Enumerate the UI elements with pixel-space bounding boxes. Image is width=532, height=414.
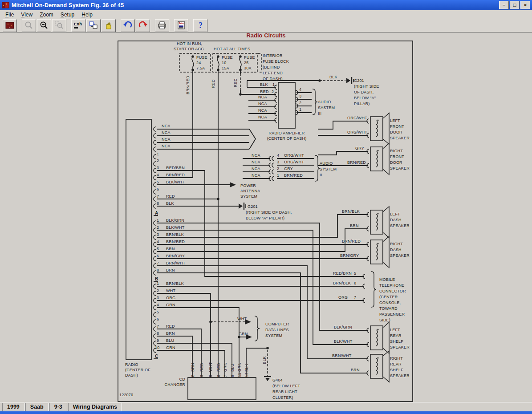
diagram-label: 3 xyxy=(157,166,159,170)
diagram-label: SYSTEM xyxy=(318,106,335,110)
diagram-label: BLK/WHT xyxy=(166,225,185,230)
diagram-label: INTERIOR xyxy=(263,53,283,58)
component-box xyxy=(188,377,256,400)
diagram-label: BLK/WHT xyxy=(334,339,353,344)
pin-arc xyxy=(154,190,156,194)
diagram-label: 7 xyxy=(223,375,227,377)
diagram-label: 2 xyxy=(157,158,159,163)
diagram-label: 6 xyxy=(216,375,221,377)
diagram-label: (RIGHT SIDE xyxy=(354,84,379,89)
diagram-label: 1 xyxy=(272,82,275,87)
diagram-label: BLU xyxy=(166,338,174,343)
diagram-label: GRN xyxy=(166,345,175,350)
diagram-label: FUSE xyxy=(222,55,233,60)
diagram-label: 12 xyxy=(244,373,249,377)
diagram-label: 8 xyxy=(157,268,159,272)
brace xyxy=(371,272,376,307)
diagram-label: 2 xyxy=(272,89,274,94)
diagram-label: AUDIO xyxy=(318,100,331,104)
diagram-label: BRN/GRY xyxy=(166,254,185,258)
diagram-label: 5 xyxy=(157,310,159,314)
diagram-label: 7 xyxy=(157,324,159,329)
speaker-icon xyxy=(383,351,389,382)
diagram-label: 30A xyxy=(244,66,252,70)
diagram-label: HOT AT ALL TIMES xyxy=(214,47,250,51)
junction-dot xyxy=(266,347,269,349)
diagram-label: NCA xyxy=(162,124,171,128)
diagram-label: NCA xyxy=(252,160,260,164)
fuse-icon xyxy=(192,57,194,70)
speaker-coil-icon xyxy=(376,330,378,346)
pin-arc xyxy=(154,183,156,187)
diagram-label: SPEAKER xyxy=(390,253,410,258)
pin-arc xyxy=(367,163,369,168)
pin-arc xyxy=(367,371,369,375)
pin-arc xyxy=(269,170,271,174)
speaker-coil-icon xyxy=(376,214,378,230)
status-cell-3: Wiring Diagrams xyxy=(68,403,122,411)
ground-icon xyxy=(265,378,270,381)
diagram-label: PASSENGER xyxy=(379,312,405,317)
diagram-label: TOWARD xyxy=(379,306,398,311)
diagram-label: 7 xyxy=(354,295,356,300)
diagram-label: REAR xyxy=(390,333,402,338)
diagram-label: BRN/BLK xyxy=(166,281,184,286)
diagram-label: BLK xyxy=(244,364,249,372)
pin-arc xyxy=(154,249,156,254)
diagram-label: RIGHT xyxy=(390,149,403,153)
wire xyxy=(157,229,368,252)
diagram-label: 8 xyxy=(157,201,159,206)
pin-arc xyxy=(154,305,156,310)
diagram-label: 6 xyxy=(157,254,159,258)
junction-dot xyxy=(217,198,219,200)
diagram-label: BRN xyxy=(166,268,175,272)
diagram-label: GRY xyxy=(355,146,364,150)
pin-arc xyxy=(154,256,156,261)
diagram-label: 122070 xyxy=(119,393,133,397)
diagram-label: LEFT xyxy=(390,328,400,332)
diagram-label: NCA xyxy=(258,95,267,99)
ground-icon xyxy=(239,203,243,209)
junction-dot xyxy=(318,79,321,82)
fuse-icon xyxy=(240,57,241,70)
diagram-label: G201 xyxy=(354,78,364,83)
wiring-diagram: HOT IN RUN,START OR ACCHOT AT ALL TIMESI… xyxy=(0,0,532,414)
diagram-label: (BEHIND xyxy=(263,65,280,69)
diagram-label: 2 xyxy=(157,288,159,293)
pin-arc xyxy=(367,357,369,361)
diagram-label: BRN/GRY xyxy=(340,253,359,258)
pin-arc xyxy=(367,256,369,261)
pin-arc xyxy=(154,154,156,159)
pin-arc xyxy=(154,168,156,173)
pin-arc xyxy=(154,221,156,225)
diagram-label: CLUSTER) xyxy=(272,395,293,400)
diagram-label: BRN xyxy=(191,363,195,372)
diagram-label: 7.5A xyxy=(196,66,205,70)
diagram-label: 7 xyxy=(157,261,159,265)
diagram-label: DOOR xyxy=(390,130,402,134)
diagram-label: 2 xyxy=(191,375,195,377)
diagram-label: 2 xyxy=(157,225,159,230)
diagram-label: BELOW "A" xyxy=(354,96,376,100)
diagram-label: NCA xyxy=(162,130,171,135)
diagram-label: DASH xyxy=(390,218,402,222)
diagram-label: 9 xyxy=(230,375,235,377)
diagram-label: II xyxy=(320,173,322,177)
junction-dot xyxy=(239,93,242,96)
pin-arc xyxy=(154,320,156,324)
component-box xyxy=(278,82,295,128)
pin-arc xyxy=(154,284,156,288)
diagram-label: 1 xyxy=(299,107,301,112)
brace xyxy=(255,316,260,341)
diagram-label: 4 xyxy=(157,239,159,244)
diagram-label: BRN/RED xyxy=(284,173,303,178)
wire xyxy=(318,121,368,129)
diagram-label: BLK xyxy=(166,201,174,206)
diagram-label: SYSTEM xyxy=(240,194,257,199)
speaker-coil-icon xyxy=(376,358,378,374)
diagram-label: MOBILE xyxy=(379,277,395,282)
junction-dot xyxy=(209,321,212,323)
diagram-label: ORG/WHT xyxy=(284,153,304,158)
diagram-label: BRN/RED xyxy=(166,173,185,177)
diagram-label: BLU xyxy=(230,364,235,372)
